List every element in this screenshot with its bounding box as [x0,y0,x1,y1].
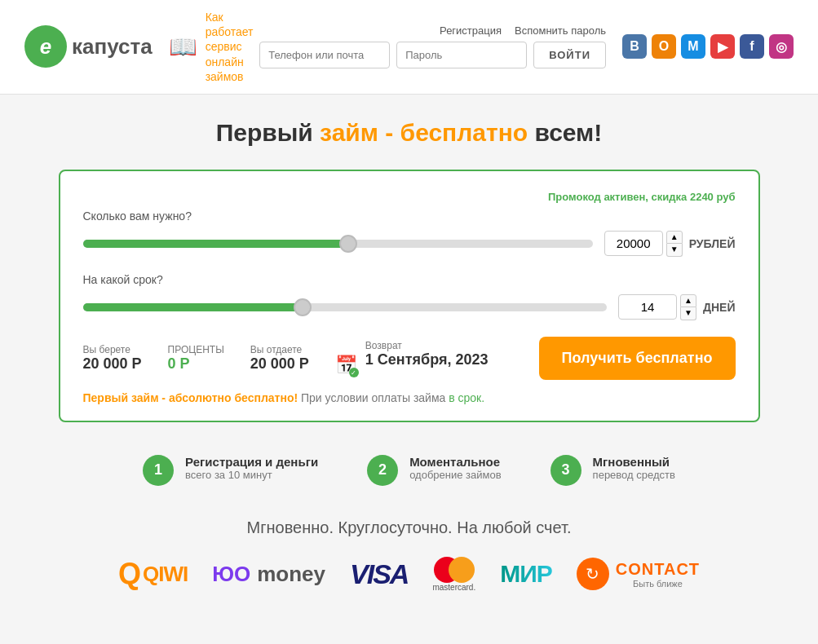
amount-fill [83,240,348,248]
promo-link[interactable]: в срок. [449,391,484,404]
period-label: На какой срок? [83,273,736,286]
auth-links: Регистрация Вспомнить пароль [440,24,606,37]
step-1-title: Регистрация и деньги [185,455,318,469]
header-left: e капуста 📖 Как работает сервис онлайн з… [24,10,259,84]
step-2: 2 Моментальное одобрение займов [367,455,501,486]
login-button[interactable]: ВОЙТИ [533,42,606,68]
book-icon: 📖 [169,33,197,60]
yoo-text: money [257,562,325,587]
promo-text: Первый займ - абсолютно бесплатно! При у… [83,391,736,404]
headline-part3: всем! [528,119,602,146]
logo[interactable]: e капуста [24,25,153,68]
summary-row: Вы берете 20 000 Р ПРОЦЕНТЫ 0 Р Вы отдае… [83,337,736,380]
amount-thumb[interactable] [339,235,357,253]
qiwi-q-icon: Q [118,557,141,591]
vk-icon[interactable]: В [622,34,647,59]
step-2-num: 2 [367,455,398,486]
ok-icon[interactable]: О [652,34,676,59]
you-take-value: 20 000 Р [83,355,142,373]
payment-title: Мгновенно. Круглосуточно. На любой счет. [59,518,760,537]
period-slider-row: ▲ ▼ ДНЕЙ [83,294,736,320]
step-3-num: 3 [550,455,581,486]
percent-item: ПРОЦЕНТЫ 0 Р [168,344,224,373]
mir-logo: МИР [500,560,552,588]
step-1-text: Регистрация и деньги всего за 10 минут [185,455,318,481]
period-unit: ДНЕЙ [703,301,735,314]
youtube-icon[interactable]: ▶ [710,34,735,59]
phone-email-input[interactable] [259,42,390,68]
auth-form: ВОЙТИ [259,42,606,68]
you-pay-item: Вы отдаете 20 000 Р [250,344,309,373]
yoomoney-logo: ЮO money [212,562,325,587]
header-auth: Регистрация Вспомнить пароль ВОЙТИ [259,24,606,68]
amount-label: Сколько вам нужно? [83,210,736,223]
contact-icon: ↻ [577,558,609,590]
mail-icon[interactable]: М [681,34,705,59]
loan-card: Промокод активен, скидка 2240 руб Скольк… [59,170,760,422]
logo-text: капуста [72,34,153,60]
amount-value-box: ▲ ▼ РУБЛЕЙ [604,231,736,257]
step-1: 1 Регистрация и деньги всего за 10 минут [143,455,318,486]
mc-yellow-circle [449,557,475,583]
period-track[interactable] [83,303,608,311]
amount-stepper: ▲ ▼ [666,231,683,257]
amount-decrease-btn[interactable]: ▼ [666,244,683,257]
steps: 1 Регистрация и деньги всего за 10 минут… [59,455,760,486]
get-loan-button[interactable]: Получить бесплатно [539,337,736,380]
period-increase-btn[interactable]: ▲ [680,294,696,307]
contact-sub: Быть ближе [616,579,700,589]
step-2-desc: одобрение займов [409,469,501,481]
forgot-password-link[interactable]: Вспомнить пароль [515,24,606,37]
logo-icon: e [24,25,67,68]
password-input[interactable] [396,42,527,68]
payment-logos: Q QIWI ЮO money VISA mastercard. МИР [59,557,760,592]
step-2-text: Моментальное одобрение займов [409,455,501,481]
headline-part1: Первый [216,119,320,146]
step-1-num: 1 [143,455,174,486]
amount-section: Сколько вам нужно? ▲ ▼ РУБЛЕЙ [83,210,736,257]
instagram-icon[interactable]: ◎ [769,34,794,59]
return-item: 📅 ✓ Возврат 1 Сентября, 2023 [335,340,489,376]
how-it-works-link[interactable]: 📖 Как работает сервис онлайн займов [169,10,260,84]
step-3-text: Мгновенный перевод средств [593,455,675,481]
period-value-box: ▲ ▼ ДНЕЙ [618,294,735,320]
step-2-title: Моментальное [409,455,501,469]
promo-bold: Первый займ - абсолютно бесплатно! [83,391,298,404]
check-icon: ✓ [349,368,359,377]
register-link[interactable]: Регистрация [440,24,502,37]
you-pay-label: Вы отдаете [250,344,309,355]
main-content: Первый займ - бесплатно всем! Промокод а… [42,95,776,641]
qiwi-text: QIWI [143,562,188,587]
return-label: Возврат [365,340,489,351]
period-stepper: ▲ ▼ [680,294,696,320]
amount-track[interactable] [83,240,593,248]
amount-unit: РУБЛЕЙ [689,237,736,250]
step-3: 3 Мгновенный перевод средств [550,455,675,486]
period-decrease-btn[interactable]: ▼ [680,307,696,320]
qiwi-logo: Q QIWI [118,557,188,591]
period-section: На какой срок? ▲ ▼ ДНЕЙ [83,273,736,320]
facebook-icon[interactable]: f [740,34,764,59]
promo-gray: При условии оплаты займа [301,391,449,404]
yoo-num: ЮO [212,562,250,587]
amount-slider-row: ▲ ▼ РУБЛЕЙ [83,231,736,257]
percent-label: ПРОЦЕНТЫ [168,344,224,355]
headline: Первый займ - бесплатно всем! [59,119,760,147]
you-take-item: Вы берете 20 000 Р [83,344,142,373]
step-1-desc: всего за 10 минут [185,469,318,481]
return-date: 1 Сентября, 2023 [365,351,489,368]
amount-increase-btn[interactable]: ▲ [666,231,683,244]
period-thumb[interactable] [294,298,312,316]
social-icons: В О М ▶ f ◎ [622,34,794,59]
promo-badge: Промокод активен, скидка 2240 руб [83,191,736,203]
percent-value: 0 Р [168,355,224,373]
how-it-works-text: Как работает сервис онлайн займов [206,10,260,84]
amount-input[interactable] [604,231,663,256]
contact-logo: ↻ CONTACT Быть ближе [577,558,700,590]
mc-text: mastercard. [432,583,475,592]
period-input[interactable] [618,294,677,320]
visa-logo: VISA [350,558,408,590]
mastercard-logo: mastercard. [432,557,475,592]
header: e капуста 📖 Как работает сервис онлайн з… [0,0,818,95]
step-3-desc: перевод средств [593,469,675,481]
